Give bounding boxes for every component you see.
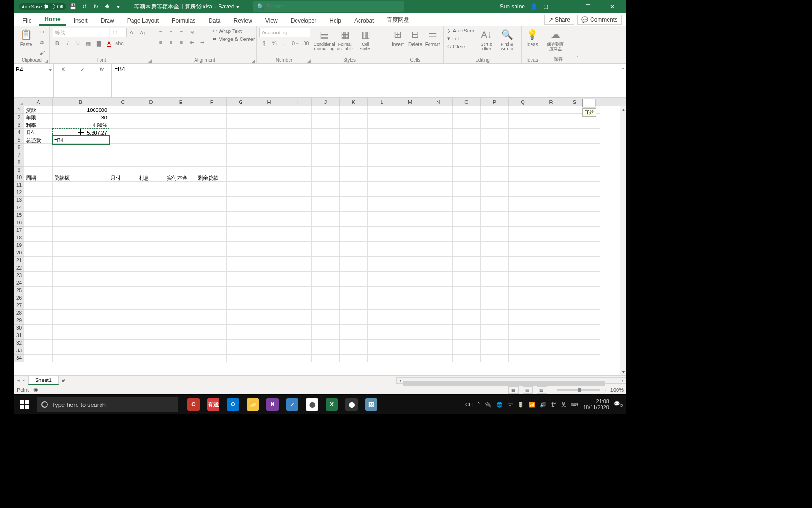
tray-wifi-icon[interactable]: 📶	[529, 402, 535, 408]
cell-D28[interactable]	[137, 310, 165, 317]
cell-A23[interactable]	[24, 272, 53, 279]
cell-D9[interactable]	[137, 167, 165, 174]
cell-R25[interactable]	[537, 287, 565, 294]
cell-T24[interactable]	[584, 279, 600, 287]
cell-M9[interactable]	[396, 167, 424, 174]
cell-H29[interactable]	[255, 317, 283, 325]
cell-C1[interactable]	[109, 106, 137, 114]
cell-O28[interactable]	[453, 310, 481, 317]
cell-K31[interactable]	[340, 332, 368, 340]
cell-P29[interactable]	[481, 317, 509, 325]
cell-C23[interactable]	[109, 272, 137, 279]
cell-J23[interactable]	[312, 272, 340, 279]
cell-H18[interactable]	[255, 234, 283, 242]
taskbar-app-obs[interactable]: ⬤	[342, 395, 361, 414]
cell-H10[interactable]	[255, 174, 283, 182]
cell-P9[interactable]	[481, 167, 509, 174]
cell-P8[interactable]	[481, 159, 509, 167]
cell-F1[interactable]	[196, 106, 227, 114]
cell-N22[interactable]	[424, 264, 453, 272]
cell-J31[interactable]	[312, 332, 340, 340]
cell-M34[interactable]	[396, 355, 424, 362]
cell-T33[interactable]	[584, 347, 600, 355]
cell-J4[interactable]	[312, 129, 340, 136]
column-header-O[interactable]: O	[453, 98, 481, 106]
cell-D30[interactable]	[137, 325, 165, 332]
cell-E20[interactable]	[165, 249, 196, 257]
cell-T31[interactable]	[584, 332, 600, 340]
cell-O6[interactable]	[453, 144, 481, 151]
clipboard-launcher-icon[interactable]: ◢	[45, 58, 48, 63]
cell-B20[interactable]	[53, 249, 109, 257]
increase-indent-icon[interactable]: ⇥	[197, 38, 207, 47]
cell-G22[interactable]	[227, 264, 255, 272]
cell-A4[interactable]: 月付	[24, 129, 53, 136]
column-header-A[interactable]: A	[24, 98, 53, 106]
cell-N19[interactable]	[424, 242, 453, 249]
cell-K26[interactable]	[340, 294, 368, 302]
zoom-slider[interactable]	[557, 389, 600, 391]
ribbon-display-icon[interactable]: ▢	[543, 3, 548, 10]
cell-G2[interactable]	[227, 114, 255, 121]
cell-H28[interactable]	[255, 310, 283, 317]
collapse-ribbon-icon[interactable]: ˄	[576, 56, 579, 62]
paste-button[interactable]: 📋 Paste	[17, 28, 35, 47]
row-header-7[interactable]: 7	[14, 151, 24, 159]
scroll-up-icon[interactable]: ▲	[620, 106, 626, 113]
cell-G1[interactable]	[227, 106, 255, 114]
cell-P21[interactable]	[481, 257, 509, 264]
cell-B33[interactable]	[53, 347, 109, 355]
cell-P32[interactable]	[481, 340, 509, 347]
cell-Q25[interactable]	[509, 287, 537, 294]
comma-icon[interactable]: ,	[280, 39, 289, 48]
cell-N29[interactable]	[424, 317, 453, 325]
cell-B21[interactable]	[53, 257, 109, 264]
cell-F13[interactable]	[196, 197, 227, 204]
cell-N14[interactable]	[424, 204, 453, 212]
cell-P31[interactable]	[481, 332, 509, 340]
cell-H20[interactable]	[255, 249, 283, 257]
cell-H9[interactable]	[255, 167, 283, 174]
minimize-button[interactable]: —	[554, 0, 573, 13]
cell-E1[interactable]	[165, 106, 196, 114]
cell-N28[interactable]	[424, 310, 453, 317]
cell-A32[interactable]	[24, 340, 53, 347]
cell-D11[interactable]	[137, 182, 165, 189]
cell-O9[interactable]	[453, 167, 481, 174]
cell-R23[interactable]	[537, 272, 565, 279]
tell-me-search[interactable]: 🔍	[253, 1, 404, 12]
cell-L10[interactable]	[368, 174, 396, 182]
cell-L6[interactable]	[368, 144, 396, 151]
cell-P24[interactable]	[481, 279, 509, 287]
cell-K5[interactable]	[340, 136, 368, 144]
cell-N3[interactable]	[424, 121, 453, 129]
cell-N8[interactable]	[424, 159, 453, 167]
cell-C24[interactable]	[109, 279, 137, 287]
cell-K27[interactable]	[340, 302, 368, 310]
cell-K12[interactable]	[340, 189, 368, 197]
cell-C8[interactable]	[109, 159, 137, 167]
cell-R19[interactable]	[537, 242, 565, 249]
cell-I3[interactable]	[283, 121, 312, 129]
tray-shield-icon[interactable]: 🛡	[508, 402, 513, 407]
cell-S34[interactable]	[565, 355, 584, 362]
align-left-icon[interactable]: ≡	[156, 38, 165, 47]
cell-R33[interactable]	[537, 347, 565, 355]
cell-P15[interactable]	[481, 212, 509, 219]
cell-R24[interactable]	[537, 279, 565, 287]
row-header-26[interactable]: 26	[14, 294, 24, 302]
cell-M32[interactable]	[396, 340, 424, 347]
cell-L27[interactable]	[368, 302, 396, 310]
cell-J3[interactable]	[312, 121, 340, 129]
cell-I24[interactable]	[283, 279, 312, 287]
cell-F15[interactable]	[196, 212, 227, 219]
cell-T29[interactable]	[584, 317, 600, 325]
cell-R26[interactable]	[537, 294, 565, 302]
cell-N9[interactable]	[424, 167, 453, 174]
row-header-29[interactable]: 29	[14, 317, 24, 325]
cell-N16[interactable]	[424, 219, 453, 227]
cell-J24[interactable]	[312, 279, 340, 287]
cell-T34[interactable]	[584, 355, 600, 362]
cell-M20[interactable]	[396, 249, 424, 257]
cell-E14[interactable]	[165, 204, 196, 212]
